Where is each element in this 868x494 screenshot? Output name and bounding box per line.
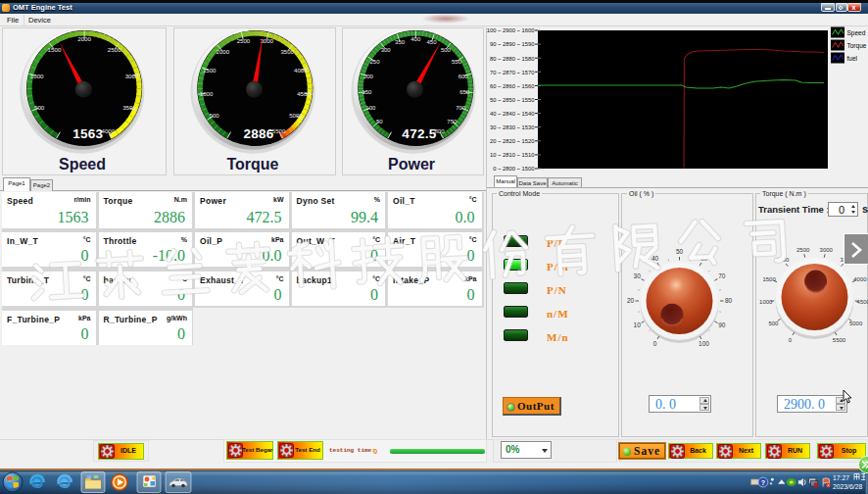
svg-text:0: 0 [789,337,793,343]
svg-text:3000: 3000 [820,247,834,253]
svg-text:40: 40 [651,255,659,262]
svg-text:100: 100 [699,340,709,347]
svg-text:2000: 2000 [776,257,790,263]
svg-text:4500: 4500 [857,299,868,305]
svg-text:1000: 1000 [759,299,773,305]
svg-text:10: 10 [634,321,642,328]
svg-text:60: 60 [700,255,708,262]
svg-text:50: 50 [676,248,684,255]
svg-text:2500: 2500 [796,247,810,253]
svg-text:90: 90 [718,321,726,328]
svg-text:1500: 1500 [762,276,776,282]
svg-text:70: 70 [718,272,726,279]
svg-text:4000: 4000 [853,276,867,282]
svg-text:20: 20 [627,297,635,304]
svg-text:80: 80 [725,297,733,304]
svg-text:5000: 5000 [849,321,863,326]
svg-text:500: 500 [768,321,779,326]
svg-text:30: 30 [634,272,642,279]
svg-text:5500: 5500 [833,337,846,343]
svg-text:0: 0 [653,340,657,347]
